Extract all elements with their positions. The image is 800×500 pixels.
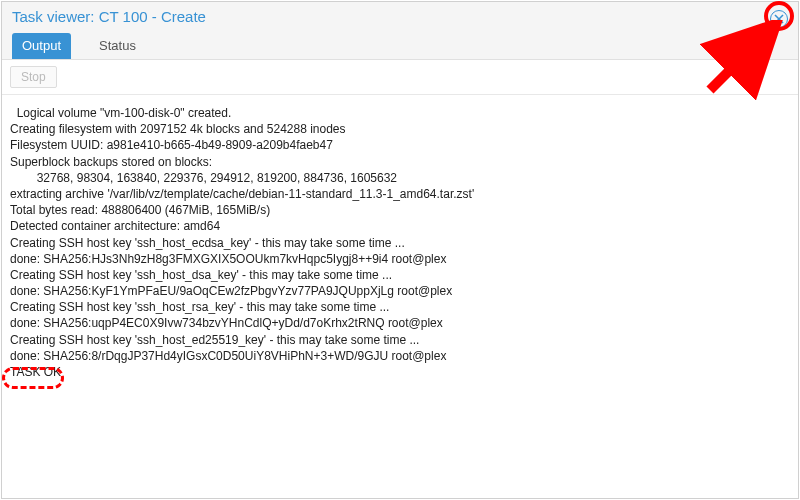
task-viewer-window: Task viewer: CT 100 - Create Output Stat…	[1, 1, 799, 499]
tab-status[interactable]: Status	[89, 33, 146, 59]
log-line: 32768, 98304, 163840, 229376, 294912, 81…	[10, 170, 790, 186]
tabs: Output Status	[12, 33, 206, 59]
log-line: Creating SSH host key 'ssh_host_dsa_key'…	[10, 267, 790, 283]
log-line: extracting archive '/var/lib/vz/template…	[10, 186, 790, 202]
log-output[interactable]: Logical volume "vm-100-disk-0" created.C…	[2, 95, 798, 498]
log-line: Total bytes read: 488806400 (467MiB, 165…	[10, 202, 790, 218]
log-line: Filesystem UUID: a981e410-b665-4b49-8909…	[10, 137, 790, 153]
log-line: done: SHA256:uqpP4EC0X9Ivw734bzvYHnCdlQ+…	[10, 315, 790, 331]
log-line: Superblock backups stored on blocks:	[10, 154, 790, 170]
tab-output[interactable]: Output	[12, 33, 71, 59]
log-line: Logical volume "vm-100-disk-0" created.	[10, 105, 790, 121]
close-icon	[774, 14, 784, 24]
log-line: done: SHA256:KyF1YmPFaEU/9aOqCEw2fzPbgvY…	[10, 283, 790, 299]
close-button[interactable]	[770, 10, 788, 28]
log-line: Creating SSH host key 'ssh_host_rsa_key'…	[10, 299, 790, 315]
window-title: Task viewer: CT 100 - Create	[12, 8, 206, 31]
log-line: Detected container architecture: amd64	[10, 218, 790, 234]
log-line: TASK OK	[10, 364, 790, 380]
stop-button[interactable]: Stop	[10, 66, 57, 88]
log-line: Creating filesystem with 2097152 4k bloc…	[10, 121, 790, 137]
toolbar: Stop	[2, 60, 798, 95]
log-line: done: SHA256:8/rDqgJP37Hd4yIGsxC0D50UiY8…	[10, 348, 790, 364]
log-line: Creating SSH host key 'ssh_host_ecdsa_ke…	[10, 235, 790, 251]
log-line: done: SHA256:HJs3Nh9zH8g3FMXGXIX5OOUkm7k…	[10, 251, 790, 267]
log-line: Creating SSH host key 'ssh_host_ed25519_…	[10, 332, 790, 348]
titlebar: Task viewer: CT 100 - Create Output Stat…	[2, 2, 798, 60]
